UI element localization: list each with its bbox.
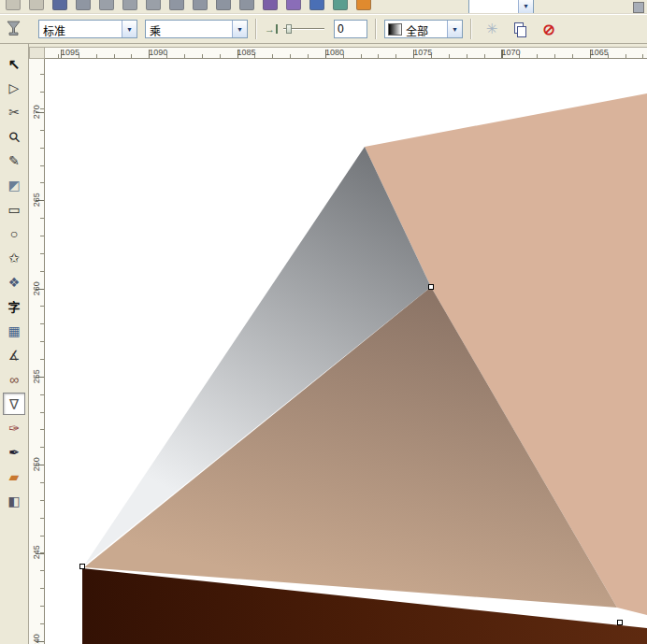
toolbar-separator <box>470 19 472 39</box>
ruler-label: 265 <box>29 156 44 244</box>
ruler-label: 1095 <box>59 48 147 57</box>
transparency-target-dropdown[interactable]: 全部 ▼ <box>384 20 463 38</box>
freeze-transparency-button[interactable]: ✳ <box>483 21 500 37</box>
toolbar-separator <box>375 19 377 39</box>
toolbar-separator <box>255 19 257 39</box>
shape-tool[interactable]: ▷ <box>2 76 26 100</box>
start-transparency-input[interactable] <box>334 20 367 38</box>
toolbar-icon[interactable] <box>99 0 114 10</box>
toolbar-combobox[interactable]: ▼ <box>468 0 534 14</box>
toolbar-icon[interactable] <box>263 0 278 10</box>
transparency-tool[interactable]: ∇ <box>3 393 25 415</box>
pick-tool[interactable]: ↖ <box>2 51 26 76</box>
chevron-down-icon[interactable]: ▼ <box>232 21 247 37</box>
toolbar-icon[interactable] <box>6 0 21 10</box>
chevron-down-icon[interactable]: ▼ <box>122 21 137 37</box>
text-tool[interactable]: 字 <box>2 294 26 319</box>
standard-toolbar: ▼ <box>0 0 647 14</box>
app-window: { "top_toolbar": { "combo_value": "", "d… <box>0 0 647 644</box>
vertical-ruler[interactable]: 270265260255250245240 <box>29 59 45 644</box>
toolbar-icon[interactable] <box>333 0 348 10</box>
eyedropper-tool[interactable]: ✑ <box>2 416 26 440</box>
outline-pen-tool[interactable]: ✒ <box>2 440 26 465</box>
slider-bound-icon: → <box>265 24 278 34</box>
rectangle-tool[interactable]: ▭ <box>2 197 26 222</box>
ruler-label: 1070 <box>499 48 587 57</box>
horizontal-ruler-labels: 1095109010851080107510701065 <box>45 48 647 57</box>
transparency-type-dropdown[interactable]: 标准 ▼ <box>38 20 137 38</box>
merge-mode-value: 乘 <box>146 21 232 37</box>
copy-transparency-button[interactable] <box>513 22 527 36</box>
ruler-label: 240 <box>29 597 44 644</box>
toolbar-icon[interactable] <box>193 0 208 10</box>
standard-toolbar-icons <box>6 0 371 10</box>
node-handle[interactable] <box>429 285 434 290</box>
blend-tool[interactable]: ∞ <box>2 367 26 392</box>
ruler-label: 255 <box>29 333 44 421</box>
toolbar-icon[interactable] <box>286 0 301 10</box>
slider-thumb[interactable] <box>286 24 292 34</box>
no-transparency-button[interactable]: ⊘ <box>540 21 557 37</box>
toolbar-icon[interactable] <box>216 0 231 10</box>
toolbar-icon[interactable] <box>239 0 254 10</box>
smart-fill-tool[interactable]: ◩ <box>2 173 26 197</box>
ruler-label: 260 <box>29 245 44 333</box>
toolbar-icon[interactable] <box>29 0 44 10</box>
horizontal-ruler[interactable]: 1095109010851080107510701065 <box>45 47 647 59</box>
ruler-origin[interactable] <box>29 47 45 59</box>
ruler-label: 1090 <box>147 48 235 57</box>
ruler-label: 245 <box>29 508 44 596</box>
start-transparency-slider[interactable] <box>283 23 324 35</box>
drawing-canvas[interactable] <box>45 59 647 644</box>
ellipse-tool[interactable]: ○ <box>2 222 26 246</box>
ruler-label: 1085 <box>236 48 324 57</box>
toolbar-icon[interactable] <box>122 0 137 10</box>
toolbar-icon[interactable] <box>633 2 644 13</box>
dimension-tool[interactable]: ∡ <box>2 343 26 367</box>
node-handle[interactable] <box>618 621 623 625</box>
transparency-target-value: 全部 <box>402 21 447 37</box>
transparency-type-value: 标准 <box>39 21 122 37</box>
ruler-label: 1075 <box>411 48 499 57</box>
ruler-label: 1065 <box>588 48 647 57</box>
table-tool[interactable]: ▦ <box>2 319 26 343</box>
gradient-swatch-icon <box>388 23 402 36</box>
toolbar-icon[interactable] <box>356 0 371 10</box>
transparency-tool-icon <box>6 21 22 37</box>
ruler-label: 1080 <box>324 48 411 57</box>
chevron-down-icon[interactable]: ▼ <box>447 21 462 37</box>
toolbar-icon[interactable] <box>169 0 184 10</box>
interactive-fill-tool[interactable]: ◧ <box>2 489 26 513</box>
ruler-label: 270 <box>29 68 44 156</box>
merge-mode-dropdown[interactable]: 乘 ▼ <box>145 20 248 38</box>
basic-shapes-tool[interactable]: ❖ <box>2 270 26 294</box>
toolbox: ↖ ▷ ✂ ⚲ ✎ ◩ ▭ ○ ✩ ❖ 字 ▦ ∡ ∞ ∇ ✑ ✒ ▰ ◧ <box>0 44 29 644</box>
node-handle[interactable] <box>80 565 85 569</box>
chevron-down-icon[interactable]: ▼ <box>518 0 533 13</box>
toolbar-icon[interactable] <box>76 0 91 10</box>
polygon-tool[interactable]: ✩ <box>2 246 26 270</box>
ruler-label: 250 <box>29 421 44 508</box>
vertical-ruler-labels: 270265260255250245240 <box>29 59 44 644</box>
toolbar-icon[interactable] <box>309 0 324 10</box>
toolbar-icon[interactable] <box>52 0 67 10</box>
toolbar-icon[interactable] <box>146 0 161 10</box>
property-bar: 标准 ▼ 乘 ▼ → 全部 ▼ ✳ ⊘ <box>0 14 647 44</box>
toolbar-combobox-value <box>469 0 518 13</box>
fill-tool[interactable]: ▰ <box>2 465 26 489</box>
